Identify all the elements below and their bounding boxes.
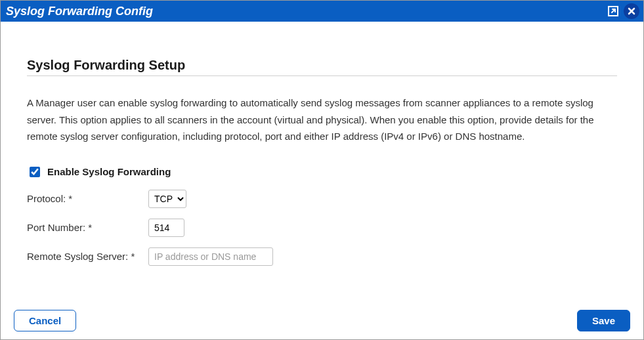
divider (27, 75, 617, 76)
dialog-footer: Cancel Save (1, 310, 643, 331)
enable-checkbox[interactable] (30, 167, 40, 177)
section-description: A Manager user can enable syslog forward… (27, 95, 617, 145)
server-label: Remote Syslog Server: * (27, 251, 148, 262)
cancel-button[interactable]: Cancel (14, 310, 76, 331)
port-label: Port Number: * (27, 222, 148, 233)
save-button[interactable]: Save (577, 310, 630, 331)
protocol-select[interactable]: TCP (148, 190, 186, 208)
dialog-title: Syslog Forwarding Config (6, 5, 607, 18)
protocol-row: Protocol: * TCP (27, 190, 617, 208)
close-icon[interactable] (624, 3, 639, 19)
section-title: Syslog Forwarding Setup (27, 58, 617, 73)
header-icons (607, 3, 639, 19)
port-input[interactable] (148, 219, 184, 237)
server-row: Remote Syslog Server: * (27, 247, 617, 266)
expand-icon[interactable] (607, 5, 620, 18)
dialog-content: Syslog Forwarding Setup A Manager user c… (1, 22, 643, 266)
server-input[interactable] (148, 247, 273, 266)
protocol-label: Protocol: * (27, 193, 148, 204)
port-row: Port Number: * (27, 219, 617, 237)
enable-row: Enable Syslog Forwarding (27, 165, 617, 179)
enable-label: Enable Syslog Forwarding (47, 166, 171, 177)
dialog-header: Syslog Forwarding Config (1, 1, 643, 22)
